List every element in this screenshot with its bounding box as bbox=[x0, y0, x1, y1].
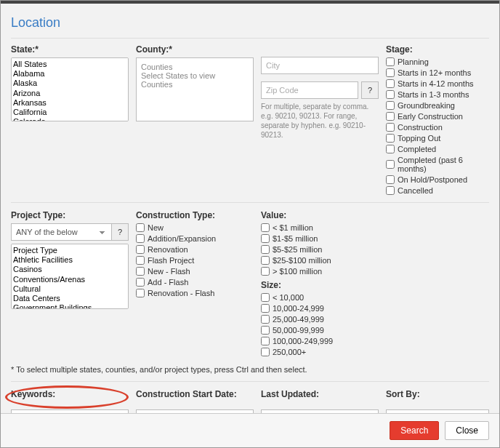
value-check[interactable] bbox=[261, 245, 270, 254]
city-input[interactable] bbox=[261, 57, 379, 74]
size-check[interactable] bbox=[261, 315, 270, 324]
ct-check[interactable] bbox=[136, 289, 145, 297]
size-label: Size: bbox=[261, 280, 379, 290]
stage-check[interactable] bbox=[386, 134, 395, 143]
project-type-listbox[interactable]: Project Type Athletic Facilities Casinos… bbox=[11, 244, 129, 309]
stage-check[interactable] bbox=[386, 186, 395, 195]
county-label: County:* bbox=[136, 44, 254, 55]
sort-by-label: Sort By: bbox=[386, 389, 489, 399]
ct-check[interactable] bbox=[136, 245, 145, 254]
project-type-label: Project Type: bbox=[11, 210, 129, 220]
stage-check[interactable] bbox=[386, 79, 395, 88]
stage-check[interactable] bbox=[386, 57, 395, 66]
state-label: State:* bbox=[11, 44, 129, 55]
stage-check[interactable] bbox=[386, 123, 395, 132]
stage-check[interactable] bbox=[386, 101, 395, 110]
size-check[interactable] bbox=[261, 304, 270, 313]
stage-check[interactable] bbox=[386, 145, 395, 153]
ct-check[interactable] bbox=[136, 234, 145, 243]
search-button[interactable]: Search bbox=[390, 421, 439, 440]
size-check[interactable] bbox=[261, 326, 270, 335]
zip-help-button[interactable]: ? bbox=[361, 81, 379, 99]
size-check[interactable] bbox=[261, 348, 270, 356]
value-check[interactable] bbox=[261, 256, 270, 265]
section-title-location: Location bbox=[11, 11, 489, 39]
ct-check[interactable] bbox=[136, 256, 145, 265]
zip-input[interactable] bbox=[261, 81, 358, 99]
stage-check[interactable] bbox=[386, 68, 395, 77]
stage-checks: Planning Starts in 12+ months Starts in … bbox=[386, 57, 489, 195]
stage-check[interactable] bbox=[386, 160, 395, 169]
stage-check[interactable] bbox=[386, 90, 395, 99]
multiselect-footnote: * To select multiple states, counties, a… bbox=[11, 365, 489, 374]
county-listbox[interactable]: Counties Select States to view Counties bbox=[136, 57, 254, 121]
last-updated-label: Last Updated: bbox=[261, 389, 379, 399]
ct-check[interactable] bbox=[136, 223, 145, 232]
ct-check[interactable] bbox=[136, 278, 145, 287]
zip-help-text: For multiple, separate by comma. e.g. 90… bbox=[261, 102, 379, 140]
stage-label: Stage: bbox=[386, 44, 489, 55]
stage-check[interactable] bbox=[386, 112, 395, 121]
value-check[interactable] bbox=[261, 234, 270, 243]
size-check[interactable] bbox=[261, 337, 270, 345]
start-date-label: Construction Start Date: bbox=[136, 389, 254, 399]
construction-type-label: Construction Type: bbox=[136, 210, 254, 220]
keywords-label: Keywords: bbox=[11, 389, 129, 399]
value-label: Value: bbox=[261, 210, 379, 220]
size-check[interactable] bbox=[261, 293, 270, 302]
stage-check[interactable] bbox=[386, 175, 395, 184]
project-type-select[interactable]: ANY of the below bbox=[11, 223, 111, 241]
project-type-help[interactable]: ? bbox=[111, 223, 129, 241]
close-button[interactable]: Close bbox=[445, 421, 489, 440]
value-check[interactable] bbox=[261, 223, 270, 232]
value-check[interactable] bbox=[261, 267, 270, 276]
state-listbox[interactable]: All States Alabama Alaska Arizona Arkans… bbox=[11, 57, 129, 121]
ct-check[interactable] bbox=[136, 267, 145, 276]
